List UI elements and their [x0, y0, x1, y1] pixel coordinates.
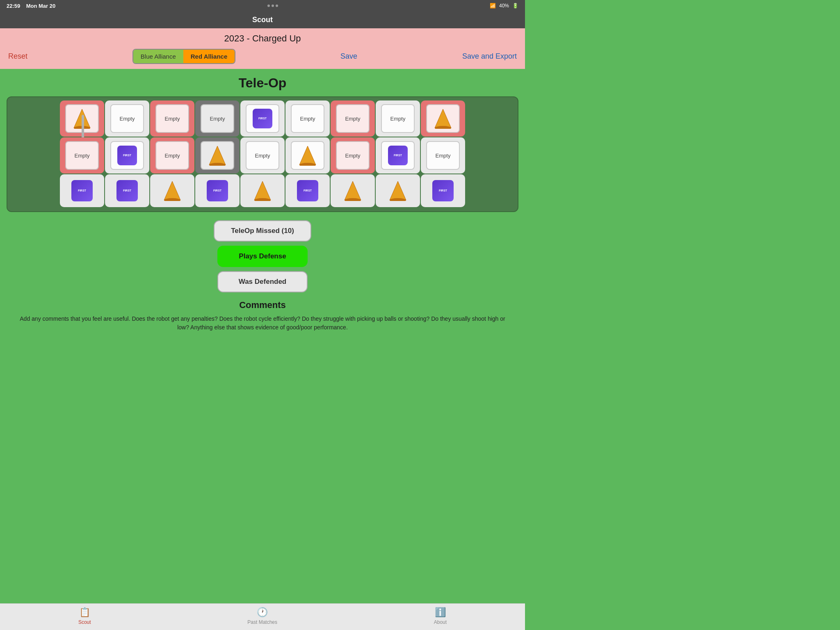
grid-cell-top-2[interactable]: Empty — [105, 100, 149, 137]
cone-svg-mid-4 — [208, 145, 226, 166]
cube-icon-bot-9: FIRST — [432, 180, 454, 201]
grid-cell-top-4[interactable]: Empty — [195, 100, 240, 137]
app-header: Scout — [0, 11, 525, 28]
svg-marker-12 — [345, 181, 361, 200]
cube-icon-bot-4: FIRST — [207, 180, 228, 201]
plays-defense-button[interactable]: Plays Defense — [217, 246, 308, 267]
controls-row: Reset Blue Alliance Red Alliance Save Sa… — [8, 49, 517, 64]
grid-cell-mid-9[interactable]: Empty — [421, 137, 465, 173]
app-title: Scout — [252, 16, 273, 24]
reset-button[interactable]: Reset — [8, 52, 27, 61]
cone-svg-mid-6 — [299, 145, 317, 166]
battery-percent: 40% — [499, 3, 509, 9]
teleop-missed-button[interactable]: TeleOp Missed (10) — [214, 220, 311, 242]
grid-cell-mid-8[interactable]: FIRST — [376, 137, 420, 173]
grid-cell-bot-6[interactable]: FIRST — [285, 174, 330, 207]
cube-icon-mid-8: FIRST — [388, 146, 408, 165]
cube-icon-bot-1: FIRST — [71, 180, 93, 201]
status-dots — [267, 5, 278, 7]
grid-cell-bot-3[interactable] — [150, 174, 194, 207]
grid-cell-mid-6[interactable] — [285, 137, 330, 173]
save-button[interactable]: Save — [340, 52, 357, 61]
alliance-toggle: Blue Alliance Red Alliance — [132, 49, 235, 64]
cone-svg-bot-5 — [253, 180, 272, 201]
grid-cell-top-3[interactable]: Empty — [150, 100, 194, 137]
cone-svg-bot-7 — [344, 180, 362, 201]
status-bar: 22:59 Mon Mar 20 📶 40% 🔋 — [0, 0, 525, 11]
save-export-button[interactable]: Save and Export — [462, 52, 517, 61]
cone-svg-bot-3 — [163, 180, 181, 201]
svg-marker-4 — [209, 146, 226, 165]
wifi-icon: 📶 — [490, 3, 496, 9]
status-date: Mon Mar 20 — [26, 3, 56, 9]
grid-cell-bot-1[interactable]: FIRST — [60, 174, 104, 207]
grid-cell-bot-7[interactable] — [331, 174, 375, 207]
comments-placeholder-text[interactable]: Add any comments that you feel are usefu… — [15, 315, 510, 332]
grid-cell-top-1[interactable] — [60, 100, 104, 137]
grid-row-top: Empty Empty Empty FIRST Empty — [11, 100, 514, 137]
svg-marker-2 — [435, 109, 451, 128]
comments-title: Comments — [15, 300, 510, 310]
cube-icon-bot-6: FIRST — [297, 180, 318, 201]
status-right: 📶 40% 🔋 — [490, 3, 518, 9]
grid-cell-bot-9[interactable]: FIRST — [421, 174, 465, 207]
grid-row-bot: FIRST FIRST FIRST — [11, 174, 514, 207]
cube-icon-bot-2: FIRST — [116, 180, 138, 201]
grid-cell-bot-8[interactable] — [376, 174, 420, 207]
grid-cell-top-5[interactable]: FIRST — [240, 100, 285, 137]
svg-marker-14 — [390, 181, 406, 200]
grid-cell-top-7[interactable]: Empty — [331, 100, 375, 137]
red-alliance-button[interactable]: Red Alliance — [183, 50, 235, 63]
svg-marker-6 — [299, 146, 316, 165]
svg-marker-8 — [164, 181, 180, 200]
grid-cell-top-9[interactable] — [421, 100, 465, 137]
top-controls-section: 2023 - Charged Up Reset Blue Alliance Re… — [0, 28, 525, 69]
main-content: Tele-Op Empty Empty — [0, 69, 525, 347]
grid-cell-bot-2[interactable]: FIRST — [105, 174, 149, 207]
blue-alliance-button[interactable]: Blue Alliance — [133, 50, 183, 63]
grid-cell-mid-1[interactable]: Empty — [60, 137, 104, 173]
grid-row-mid: Empty FIRST Empty — [11, 137, 514, 173]
status-time: 22:59 — [7, 3, 20, 9]
cone-svg-2 — [434, 108, 452, 129]
grid-cell-bot-5[interactable] — [240, 174, 285, 207]
teleop-title: Tele-Op — [7, 75, 518, 91]
comments-section: Comments Add any comments that you feel … — [7, 297, 518, 340]
grid-cell-top-6[interactable]: Empty — [285, 100, 330, 137]
grid-cell-mid-4[interactable] — [195, 137, 240, 173]
battery-icon: 🔋 — [512, 3, 518, 9]
svg-marker-10 — [254, 181, 271, 200]
grid-cell-top-8[interactable]: Empty — [376, 100, 420, 137]
cube-icon: FIRST — [253, 109, 272, 128]
scoring-grid-container: Empty Empty Empty FIRST Empty — [7, 96, 518, 212]
grid-cell-mid-5[interactable]: Empty — [240, 137, 285, 173]
cone-svg-bot-8 — [389, 180, 407, 201]
cube-icon-mid-2: FIRST — [117, 146, 137, 165]
event-title: 2023 - Charged Up — [8, 33, 517, 44]
grid-cell-mid-2[interactable]: FIRST — [105, 137, 149, 173]
grid-cell-mid-3[interactable]: Empty — [150, 137, 194, 173]
grid-cell-bot-4[interactable]: FIRST — [195, 174, 240, 207]
grid-cell-mid-7[interactable]: Empty — [331, 137, 375, 173]
was-defended-button[interactable]: Was Defended — [217, 271, 308, 292]
